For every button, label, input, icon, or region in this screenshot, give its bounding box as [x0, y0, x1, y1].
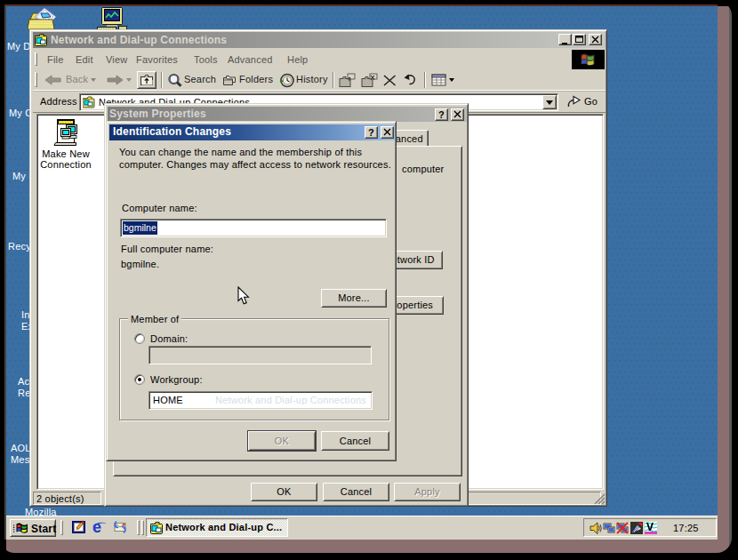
svg-text:e: e: [92, 519, 101, 535]
